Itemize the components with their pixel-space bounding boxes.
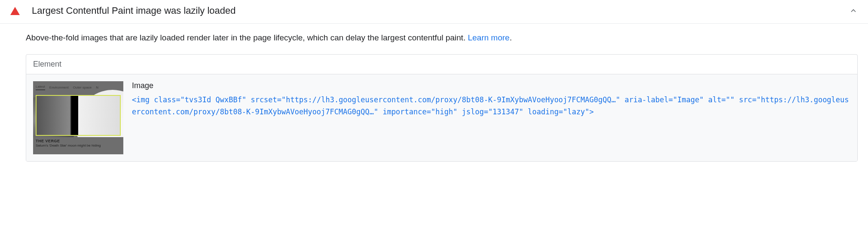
element-table: Element Latest Environment Outer space N… [26,54,858,162]
thumb-headline: Saturn's 'Death Star' moon might be hidi… [36,144,121,148]
element-detail: Image <img class="tvs3Id QwxBBf" srcset=… [132,81,850,119]
element-code-snippet: <img class="tvs3Id QwxBBf" srcset="https… [132,94,850,119]
thumb-nav-item: Outer space [73,86,92,89]
table-header-element: Element [26,55,857,74]
thumb-nav-item: N [96,86,98,89]
description-period: . [510,33,512,42]
thumbnail-caption: THE VERGE Saturn's 'Death Star' moon mig… [33,137,123,154]
lcp-highlight-box [36,95,121,136]
learn-more-link[interactable]: Learn more [468,33,510,42]
audit-item: Largest Contentful Paint image was lazil… [0,0,868,170]
thumb-source: THE VERGE [36,139,121,144]
element-label: Image [132,81,850,90]
thumb-nav-item: Latest [36,85,45,90]
audit-body: Above-the-fold images that are lazily lo… [0,24,868,170]
element-thumbnail: Latest Environment Outer space N THE VER… [33,81,123,154]
thumb-nav-item: Environment [49,86,69,89]
table-row: Latest Environment Outer space N THE VER… [26,74,857,161]
audit-title: Largest Contentful Paint image was lazil… [32,5,849,16]
chevron-up-icon[interactable] [849,6,858,15]
fail-triangle-icon [10,7,20,15]
audit-header[interactable]: Largest Contentful Paint image was lazil… [0,0,868,24]
description-text: Above-the-fold images that are lazily lo… [26,33,468,42]
audit-description: Above-the-fold images that are lazily lo… [26,32,858,44]
